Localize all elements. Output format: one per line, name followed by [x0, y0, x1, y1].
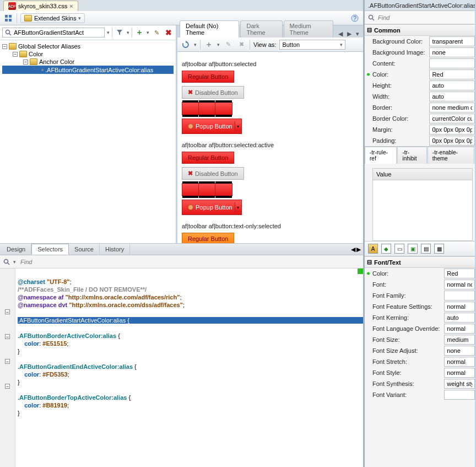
search-icon[interactable]: [368, 14, 375, 21]
regular-button[interactable]: Regular Button: [182, 152, 234, 164]
tool-icon-1[interactable]: A: [368, 244, 378, 254]
popup-button[interactable]: Popup Button▾: [182, 200, 242, 215]
add-preview-icon[interactable]: ＋: [204, 40, 214, 50]
group-font-header[interactable]: ⊟Font/Text: [365, 256, 475, 268]
border-color-input[interactable]: [429, 114, 475, 124]
tab-dark-theme[interactable]: Dark Theme: [240, 20, 282, 37]
delete-button[interactable]: ✖: [164, 28, 174, 37]
refresh-chevron-icon[interactable]: ▾: [194, 42, 197, 47]
font-stretch-input[interactable]: [444, 357, 475, 367]
font-style-input[interactable]: [444, 368, 475, 378]
properties-find-input[interactable]: [377, 14, 472, 22]
add-button[interactable]: ＋: [134, 28, 144, 37]
color-input[interactable]: [429, 69, 475, 79]
tab-scroll-right-icon[interactable]: ▶: [356, 246, 361, 253]
content-input[interactable]: [429, 58, 475, 68]
extended-skins-dropdown[interactable]: Extended Skins ▾: [20, 13, 85, 23]
tool-icon-4[interactable]: ▣: [408, 244, 418, 254]
font-size-adjust-input[interactable]: [444, 346, 475, 356]
close-icon[interactable]: ×: [69, 3, 73, 9]
tab-tr-rule-ref[interactable]: -tr-rule-ref: [365, 147, 397, 164]
tab-list-icon[interactable]: ▾: [354, 30, 361, 37]
refresh-icon[interactable]: [181, 40, 191, 50]
align-left-icon[interactable]: [182, 103, 198, 115]
tool-icon-3[interactable]: ▭: [394, 244, 404, 254]
tree-root[interactable]: −Global Selector Aliases: [2, 42, 174, 50]
edit-button[interactable]: ✎: [152, 28, 161, 37]
font-family-input[interactable]: [444, 291, 475, 300]
width-input[interactable]: [429, 92, 475, 101]
regular-button-orange[interactable]: Regular Button: [182, 233, 234, 243]
tab-scroll-left-icon[interactable]: ◀: [351, 246, 355, 253]
expander-icon[interactable]: −: [23, 60, 28, 65]
help-icon[interactable]: ?: [350, 13, 360, 23]
chevron-down-icon[interactable]: ▾: [235, 121, 241, 131]
value-grid[interactable]: [372, 180, 473, 241]
height-input[interactable]: [429, 80, 475, 90]
padding-input[interactable]: [429, 136, 475, 146]
tool-icon-5[interactable]: ▤: [421, 244, 431, 254]
expander-icon[interactable]: −: [13, 52, 18, 57]
font-variant-input[interactable]: [444, 390, 475, 400]
add-chevron-icon[interactable]: ▾: [147, 30, 149, 35]
align-center-icon[interactable]: [199, 184, 215, 196]
expander-icon[interactable]: −: [2, 44, 7, 49]
group-common-header[interactable]: ⊟Common: [365, 24, 475, 36]
fold-icon[interactable]: −: [5, 359, 10, 364]
tab-tr-enable-theme[interactable]: -tr-enable-theme: [428, 147, 474, 164]
tab-medium-theme[interactable]: Medium Theme: [284, 20, 333, 37]
margin-input[interactable]: [429, 125, 475, 135]
font-kerning-input[interactable]: [444, 313, 475, 323]
collapse-icon[interactable]: ⊟: [367, 26, 372, 34]
tab-tr-inhibit[interactable]: -tr-inhibit: [397, 147, 426, 164]
tree-node-anchor[interactable]: −Anchor Color: [2, 58, 174, 66]
code-find-input[interactable]: [19, 258, 360, 266]
bg-color-input[interactable]: [429, 36, 475, 46]
add-preview-chevron-icon[interactable]: ▾: [217, 42, 220, 47]
tab-selectors[interactable]: Selectors: [31, 244, 69, 255]
font-feature-input[interactable]: [444, 302, 475, 312]
fold-icon[interactable]: −: [5, 334, 10, 339]
search-chevron-icon[interactable]: ▾: [107, 30, 110, 35]
tool-icon-6[interactable]: ▦: [434, 244, 444, 254]
font-input[interactable]: [444, 280, 475, 289]
tab-history[interactable]: History: [100, 244, 130, 254]
align-toolbar[interactable]: [182, 183, 232, 196]
align-right-icon[interactable]: [215, 103, 232, 115]
tree-leaf-selected[interactable]: ⋯.AFButtonGradientStartActiveColor:alias: [2, 66, 174, 74]
selector-tree[interactable]: −Global Selector Aliases −Color −Anchor …: [0, 40, 176, 243]
popup-button[interactable]: Popup Button▾: [182, 119, 242, 134]
font-lang-input[interactable]: [444, 324, 475, 334]
search-icon[interactable]: [3, 259, 10, 265]
align-center-icon[interactable]: [199, 103, 215, 115]
tree-node-color[interactable]: −Color: [2, 50, 174, 58]
tab-default-theme[interactable]: Default (No) Theme: [180, 20, 239, 37]
tab-scroll-left-icon[interactable]: ◀: [337, 30, 344, 37]
chevron-down-icon[interactable]: ▾: [235, 202, 241, 212]
font-size-input[interactable]: [444, 335, 475, 345]
file-tab[interactable]: ADF skyros_skin33.css ×: [3, 1, 78, 11]
tab-scroll-right-icon[interactable]: ▶: [345, 30, 353, 37]
code-editor[interactable]: @charset "UTF-8"; /**ADFFaces_Skin_File …: [15, 269, 363, 467]
align-toolbar[interactable]: [182, 102, 232, 115]
fold-icon[interactable]: −: [5, 309, 10, 314]
fold-icon[interactable]: −: [5, 384, 10, 389]
filter-icon[interactable]: [115, 28, 125, 37]
delete-preview-icon[interactable]: ✖: [236, 40, 246, 50]
tab-source[interactable]: Source: [69, 244, 100, 254]
align-left-icon[interactable]: [182, 184, 198, 196]
tab-design[interactable]: Design: [1, 244, 31, 254]
view-grid-icon[interactable]: [3, 13, 13, 23]
regular-button[interactable]: Regular Button: [182, 71, 234, 83]
tool-icon-2[interactable]: ◆: [381, 244, 391, 254]
bg-image-input[interactable]: [429, 47, 475, 57]
font-color-input[interactable]: [444, 269, 475, 278]
search-chevron-icon[interactable]: ▾: [13, 259, 16, 265]
align-right-icon[interactable]: [215, 184, 232, 196]
collapse-icon[interactable]: ⊟: [367, 259, 372, 266]
font-synthesis-input[interactable]: [444, 379, 475, 389]
view-as-select[interactable]: Button▾: [279, 40, 345, 50]
border-input[interactable]: [429, 103, 475, 112]
edit-preview-icon[interactable]: ✎: [223, 40, 233, 50]
selector-search-input[interactable]: AFButtonGradientStartAct: [2, 28, 105, 37]
